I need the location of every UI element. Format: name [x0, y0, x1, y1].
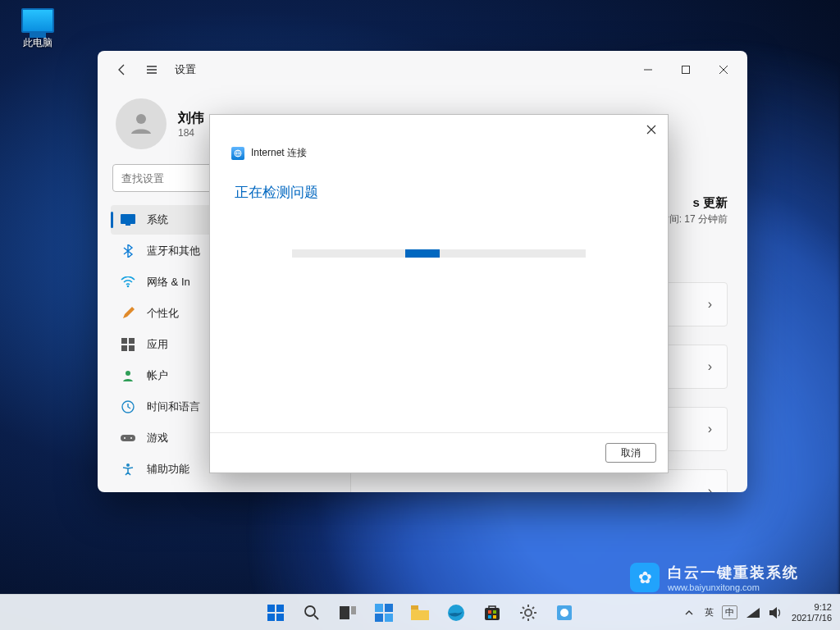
sidebar-item-label: 帐户 [147, 368, 168, 383]
tray-chevron-icon[interactable] [682, 605, 696, 620]
accessibility-icon [121, 462, 135, 477]
account-icon [121, 368, 135, 383]
svg-rect-7 [121, 345, 127, 351]
svg-rect-27 [411, 605, 418, 609]
chevron-right-icon: › [708, 422, 712, 436]
store-button[interactable] [477, 597, 508, 628]
profile-name: 刘伟 [178, 110, 204, 127]
dialog-header: Internet 连接 [210, 115, 668, 165]
svg-rect-6 [129, 338, 135, 344]
window-minimize[interactable] [629, 55, 667, 84]
taskbar: 英 中 9:12 2021/7/16 [0, 594, 840, 630]
taskbar-clock[interactable]: 9:12 2021/7/16 [792, 602, 832, 623]
ime-mode[interactable]: 中 [722, 605, 737, 619]
progress-bar [292, 249, 586, 258]
svg-rect-23 [375, 604, 383, 612]
ime-language[interactable]: 英 [705, 606, 714, 619]
network-tray-icon[interactable] [746, 605, 760, 620]
desktop-icon-this-pc[interactable]: 此电脑 [10, 5, 66, 50]
widgets-button[interactable] [368, 597, 399, 628]
svg-point-4 [127, 285, 130, 288]
svg-point-14 [126, 463, 130, 467]
svg-point-20 [305, 606, 315, 616]
svg-rect-11 [121, 435, 135, 441]
svg-rect-16 [267, 605, 275, 612]
svg-rect-0 [682, 66, 690, 74]
svg-rect-2 [121, 214, 135, 224]
sidebar-item-label: 辅助功能 [147, 462, 189, 477]
watermark-badge-icon: ✿ [630, 563, 660, 592]
svg-rect-17 [276, 605, 284, 612]
settings-titlebar: 设置 [98, 51, 747, 89]
watermark-url: www.baiyunxitong.com [668, 582, 799, 592]
start-button[interactable] [260, 597, 291, 628]
edge-button[interactable] [441, 597, 472, 628]
svg-rect-19 [276, 614, 284, 621]
troubleshooter-taskbar-button[interactable] [549, 597, 580, 628]
svg-rect-33 [493, 615, 496, 619]
svg-point-9 [126, 371, 130, 376]
globe-icon [231, 147, 244, 160]
sidebar-item-label: 个性化 [147, 306, 179, 321]
svg-rect-21 [340, 606, 349, 619]
svg-rect-3 [126, 224, 130, 226]
internet-connection-dialog: Internet 连接 正在检测问题 取消 [209, 114, 669, 473]
sidebar-item-label: 蓝牙和其他 [147, 244, 200, 258]
settings-title: 设置 [175, 62, 196, 77]
svg-point-36 [560, 609, 568, 617]
volume-tray-icon[interactable] [769, 605, 783, 620]
avatar-icon [116, 98, 167, 149]
chevron-right-icon: › [708, 359, 712, 374]
taskbar-time: 9:12 [792, 602, 832, 613]
watermark-brand: 白云一键重装系统 [668, 563, 799, 582]
wifi-icon [121, 275, 135, 290]
taskbar-search-button[interactable] [296, 597, 327, 628]
svg-rect-8 [129, 345, 135, 351]
cancel-button[interactable]: 取消 [605, 443, 656, 463]
apps-icon [121, 337, 135, 352]
dialog-close-button[interactable] [638, 118, 664, 141]
window-maximize[interactable] [667, 55, 705, 84]
svg-rect-32 [488, 615, 491, 619]
file-explorer-button[interactable] [404, 597, 436, 628]
system-icon [121, 212, 135, 227]
svg-rect-24 [385, 604, 393, 612]
svg-rect-29 [485, 608, 500, 620]
window-close[interactable] [705, 55, 742, 84]
hamburger-button[interactable] [137, 55, 167, 84]
sidebar-item-label: 网络 & In [147, 275, 190, 290]
sidebar-item-label: 时间和语言 [147, 399, 200, 414]
svg-rect-18 [267, 614, 275, 621]
svg-rect-31 [493, 610, 496, 614]
bluetooth-icon [121, 244, 135, 258]
back-button[interactable] [107, 55, 137, 84]
brush-icon [121, 306, 135, 321]
sidebar-item-label: 系统 [147, 212, 168, 227]
svg-rect-30 [488, 610, 491, 614]
svg-rect-26 [385, 614, 393, 622]
gaming-icon [121, 431, 135, 445]
profile-email: 184 [178, 127, 204, 139]
svg-point-1 [136, 114, 146, 124]
svg-rect-25 [375, 614, 383, 622]
sidebar-item-label: 游戏 [147, 431, 168, 445]
task-view-button[interactable] [332, 597, 363, 628]
watermark: ✿ 白云一键重装系统 www.baiyunxitong.com [630, 563, 799, 592]
svg-rect-5 [121, 338, 127, 344]
desktop-icon-label: 此电脑 [23, 37, 52, 48]
dialog-status-text: 正在检测问题 [210, 165, 668, 202]
svg-point-34 [525, 609, 532, 616]
dialog-title: Internet 连接 [251, 146, 307, 160]
progress-chunk [405, 249, 440, 258]
clock-icon [121, 399, 135, 414]
svg-rect-22 [351, 606, 356, 614]
chevron-right-icon: › [708, 484, 712, 492]
svg-point-13 [130, 437, 132, 439]
settings-taskbar-button[interactable] [513, 597, 544, 628]
svg-point-12 [124, 437, 126, 439]
taskbar-date: 2021/7/16 [792, 613, 832, 623]
chevron-right-icon: › [708, 297, 712, 312]
sidebar-item-label: 应用 [147, 337, 168, 352]
monitor-icon [21, 8, 54, 33]
